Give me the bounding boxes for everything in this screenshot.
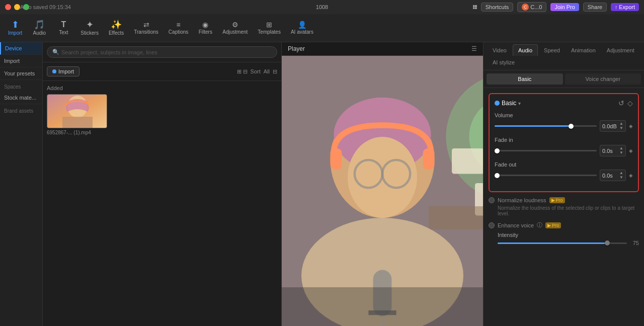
subtab-basic[interactable]: Basic bbox=[487, 73, 563, 85]
tool-text[interactable]: T Text bbox=[52, 19, 74, 37]
close-button[interactable] bbox=[5, 4, 11, 10]
dropdown-icon: ▾ bbox=[518, 101, 521, 106]
fade-in-value: 0.0s bbox=[602, 148, 613, 154]
share-button[interactable]: Share bbox=[583, 3, 607, 12]
filter-icon[interactable]: ⊟ bbox=[273, 68, 277, 75]
fade-out-up[interactable]: ▲ bbox=[619, 171, 623, 175]
fade-in-up[interactable]: ▲ bbox=[619, 146, 623, 150]
fade-in-slider[interactable] bbox=[495, 150, 597, 151]
sidebar-item-stock[interactable]: Stock mate... bbox=[0, 92, 42, 104]
tab-adjustment[interactable]: Adjustment bbox=[602, 45, 639, 56]
tool-templates[interactable]: ⊞ Templates bbox=[254, 19, 285, 37]
enhance-pro-label: Pro bbox=[552, 223, 559, 228]
tool-ai-avatars[interactable]: 👤 AI avatars bbox=[287, 19, 317, 37]
normalize-toggle[interactable] bbox=[489, 197, 495, 203]
tool-audio[interactable]: 🎵 Audio bbox=[28, 18, 50, 38]
tool-effects[interactable]: ✨ Effects bbox=[105, 18, 128, 38]
fade-out-value-input[interactable]: 0.0s ▲ ▼ bbox=[600, 170, 626, 181]
stickers-icon: ✦ bbox=[86, 20, 94, 29]
grid-icon bbox=[473, 5, 477, 9]
export-button[interactable]: ↑ Export bbox=[611, 3, 639, 11]
sidebar-item-import[interactable]: Import bbox=[0, 55, 42, 67]
tool-filters[interactable]: ◉ Filters bbox=[194, 19, 216, 37]
tab-video[interactable]: Video bbox=[488, 45, 512, 56]
tool-transitions[interactable]: ⇄ Transitions bbox=[130, 19, 163, 37]
stock-label: Stock mate... bbox=[4, 95, 36, 101]
tab-adjustment-label: Adjustment bbox=[607, 47, 634, 53]
templates-icon: ⊞ bbox=[266, 21, 272, 28]
player-menu-icon[interactable]: ☰ bbox=[471, 45, 477, 52]
fade-in-link-icon: ◈ bbox=[629, 148, 633, 153]
tab-speed[interactable]: Speed bbox=[539, 45, 565, 56]
volume-value: 0.0dB bbox=[602, 123, 617, 129]
tool-adjustment[interactable]: ⚙ Adjustment bbox=[218, 19, 252, 37]
tab-ai-stylize[interactable]: AI stylize bbox=[488, 57, 520, 68]
user-button[interactable]: C C...0 bbox=[517, 2, 546, 12]
titlebar-actions: Shortcuts C C...0 Join Pro Share ↑ Expor… bbox=[473, 2, 639, 12]
volume-value-input[interactable]: 0.0dB ▲ ▼ bbox=[600, 120, 626, 132]
camera-adjust-icon[interactable]: ⊙ bbox=[379, 320, 386, 326]
volume-link-icon: ◈ bbox=[629, 123, 633, 129]
normalize-label: Normalize loudness bbox=[498, 197, 546, 203]
copy-icon[interactable]: ◇ bbox=[627, 99, 633, 107]
fade-out-down[interactable]: ▼ bbox=[619, 176, 623, 180]
templates-label: Templates bbox=[258, 29, 281, 35]
volume-label: Volume bbox=[495, 112, 633, 118]
fade-in-value-input[interactable]: 0.0s ▲ ▼ bbox=[600, 145, 626, 156]
presets-label: Your presets bbox=[4, 70, 35, 76]
search-bar[interactable]: 🔍 Search project, subjects in image, lin… bbox=[47, 46, 277, 58]
brand-section: Brand assets bbox=[0, 106, 42, 116]
content-header: 🔍 Search project, subjects in image, lin… bbox=[43, 42, 281, 62]
volume-slider[interactable] bbox=[495, 125, 597, 127]
normalize-desc: Normalize the loudness of the selected c… bbox=[498, 205, 639, 216]
transitions-icon: ⇄ bbox=[143, 21, 149, 28]
fade-in-down[interactable]: ▼ bbox=[619, 151, 623, 155]
fade-out-stepper[interactable]: ▲ ▼ bbox=[619, 171, 623, 180]
intensity-slider[interactable] bbox=[498, 242, 627, 244]
grid-view-icon[interactable]: ⊞ ⊟ bbox=[237, 68, 248, 75]
subtab-voice-changer[interactable]: Voice changer bbox=[565, 73, 641, 85]
player: Player ☰ bbox=[282, 42, 483, 326]
tool-import[interactable]: ⬆ Import bbox=[4, 18, 26, 38]
shortcuts-button[interactable]: Shortcuts bbox=[481, 3, 513, 12]
enhance-voice-section: Enhance voice ⓘ ▶ Pro Intensity bbox=[489, 221, 639, 246]
normalize-pro-badge: ▶ Pro bbox=[549, 197, 565, 203]
enhance-pro-badge: ▶ Pro bbox=[545, 222, 561, 228]
panel-content: Basic ▾ ↺ ◇ Volume bbox=[484, 88, 644, 326]
import-button[interactable]: Import bbox=[47, 66, 79, 76]
content-area: 🔍 Search project, subjects in image, lin… bbox=[43, 42, 282, 326]
pro-label: Pro bbox=[556, 198, 563, 203]
join-pro-button[interactable]: Join Pro bbox=[550, 3, 579, 11]
fade-in-slider-thumb[interactable] bbox=[495, 148, 500, 153]
fade-out-slider[interactable] bbox=[495, 175, 597, 176]
volume-slider-thumb[interactable] bbox=[569, 124, 574, 129]
export-label: Export bbox=[619, 4, 635, 10]
sidebar-item-presets[interactable]: Your presets bbox=[0, 67, 42, 80]
fade-out-slider-thumb[interactable] bbox=[495, 173, 500, 178]
adjustment-icon: ⚙ bbox=[232, 21, 238, 28]
share-label: Share bbox=[588, 4, 602, 10]
sidebar-item-device[interactable]: Device bbox=[0, 42, 42, 55]
intensity-slider-thumb[interactable] bbox=[605, 240, 610, 246]
volume-down[interactable]: ▼ bbox=[619, 126, 623, 130]
volume-up[interactable]: ▲ bbox=[619, 122, 623, 126]
tool-stickers[interactable]: ✦ Stickers bbox=[76, 18, 103, 38]
volume-stepper[interactable]: ▲ ▼ bbox=[619, 122, 623, 130]
fade-in-stepper[interactable]: ▲ ▼ bbox=[619, 146, 623, 155]
subtab-basic-label: Basic bbox=[518, 76, 531, 82]
tool-captions[interactable]: ≡ Captions bbox=[165, 19, 192, 37]
minimize-button[interactable] bbox=[14, 4, 20, 10]
all-button[interactable]: All bbox=[264, 68, 270, 74]
import-dot bbox=[52, 69, 56, 73]
sort-button[interactable]: Sort bbox=[251, 68, 261, 74]
filters-label: Filters bbox=[199, 29, 212, 35]
audio-label: Audio bbox=[33, 30, 46, 36]
enhance-pro-icon: ▶ bbox=[547, 223, 551, 228]
enhance-toggle[interactable] bbox=[489, 222, 495, 228]
list-item[interactable]: 6952867-... (1).mp4 bbox=[47, 94, 107, 135]
import-btn-label: Import bbox=[58, 68, 74, 74]
tab-audio[interactable]: Audio bbox=[513, 44, 538, 56]
reset-icon[interactable]: ↺ bbox=[618, 99, 624, 107]
autosave-status: Auto saved 09:15:34 bbox=[20, 4, 71, 10]
tab-animation[interactable]: Animation bbox=[566, 45, 601, 56]
